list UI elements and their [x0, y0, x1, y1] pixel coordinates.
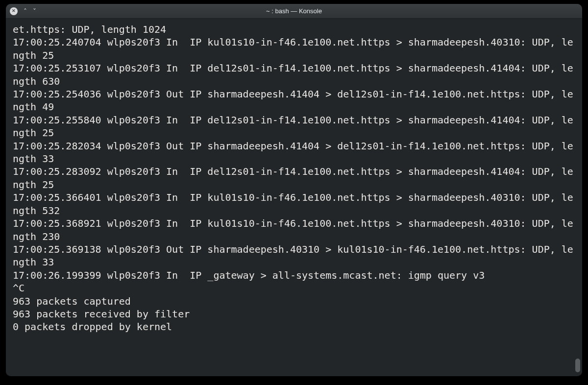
- titlebar[interactable]: ˄ ˅ ~ : bash — Konsole: [6, 4, 582, 19]
- konsole-window: ˄ ˅ ~ : bash — Konsole et.https: UDP, le…: [6, 4, 582, 376]
- window-controls: ˄ ˅: [6, 7, 36, 15]
- chevron-up-icon[interactable]: ˄: [24, 8, 27, 15]
- window-title: ~ : bash — Konsole: [6, 7, 582, 15]
- chevron-down-icon[interactable]: ˅: [33, 8, 36, 15]
- terminal-output[interactable]: et.https: UDP, length 1024 17:00:25.2407…: [6, 19, 582, 376]
- close-icon[interactable]: [10, 7, 18, 15]
- scrollbar-thumb[interactable]: [575, 359, 580, 372]
